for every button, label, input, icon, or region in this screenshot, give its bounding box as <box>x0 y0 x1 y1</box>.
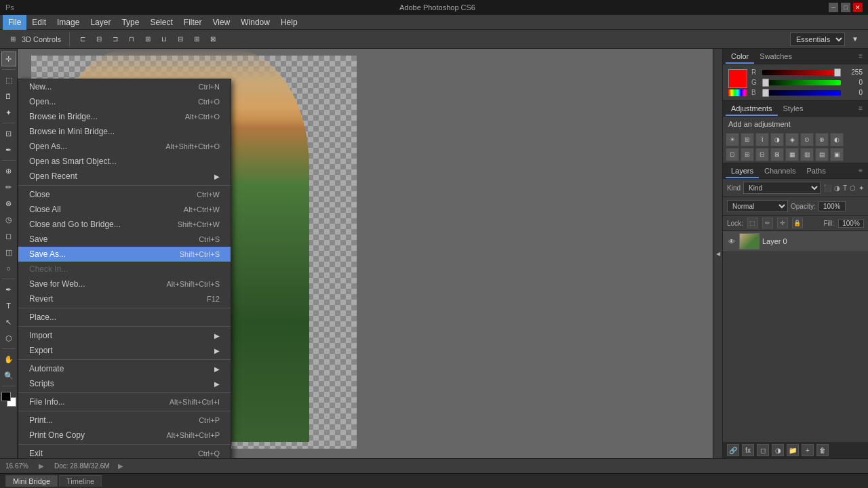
layer-mask-btn[interactable]: ◻ <box>757 444 769 456</box>
adj-threshold[interactable]: ▥ <box>800 148 814 161</box>
tool-crop[interactable]: ⊡ <box>1 126 16 141</box>
menu-view[interactable]: View <box>207 15 235 30</box>
layers-filter-select[interactable]: Kind <box>743 182 821 194</box>
tool-lasso[interactable]: 🗒 <box>1 89 16 104</box>
menu-browse-mini-bridge[interactable]: Browse in Mini Bridge... <box>18 124 231 139</box>
tab-color[interactable]: Color <box>726 50 754 64</box>
tool-move[interactable]: ✛ <box>1 52 16 66</box>
slider-red[interactable] <box>762 70 841 75</box>
menu-open-as[interactable]: Open As... Alt+Shift+Ctrl+O <box>18 139 231 154</box>
tab-styles[interactable]: Styles <box>778 102 809 116</box>
menu-type[interactable]: Type <box>116 15 144 30</box>
layer-item-0[interactable]: 👁 Layer 0 <box>723 231 868 252</box>
tool-shape[interactable]: ⬡ <box>1 331 16 346</box>
align-bottom-btn[interactable]: ⊔ <box>157 32 172 47</box>
menu-scripts[interactable]: Scripts ▶ <box>18 376 231 391</box>
menu-open[interactable]: Open... Ctrl+O <box>18 94 231 109</box>
zoom-indicator-btn[interactable]: ▶ <box>37 462 46 470</box>
close-button[interactable]: ✕ <box>853 3 863 12</box>
menu-revert[interactable]: Revert F12 <box>18 291 231 306</box>
align-right-btn[interactable]: ⊐ <box>108 32 123 47</box>
menu-close[interactable]: Close Ctrl+W <box>18 187 231 202</box>
tool-path-select[interactable]: ↖ <box>1 314 16 329</box>
tool-eyedropper[interactable]: ✒ <box>1 142 16 157</box>
adj-hue-sat[interactable]: ⊙ <box>800 133 814 146</box>
layer-new-btn[interactable]: + <box>802 444 814 456</box>
menu-exit[interactable]: Exit Ctrl+Q <box>18 446 231 458</box>
menu-open-smart-object[interactable]: Open as Smart Object... <box>18 154 231 169</box>
tool-hand[interactable]: ✋ <box>1 352 16 367</box>
foreground-color-picker[interactable] <box>728 69 747 88</box>
filter-type-btn[interactable]: T <box>843 184 847 192</box>
menu-place[interactable]: Place... <box>18 310 231 325</box>
tool-history[interactable]: ◷ <box>1 212 16 227</box>
slider-green[interactable] <box>762 80 841 85</box>
bottom-tab-mini-bridge[interactable]: Mini Bridge <box>5 475 58 487</box>
menu-filter[interactable]: Filter <box>178 15 208 30</box>
tab-paths[interactable]: Paths <box>802 165 831 178</box>
slider-red-thumb[interactable] <box>834 68 841 77</box>
lock-transparent-btn[interactable]: ⬚ <box>747 218 758 228</box>
menu-select[interactable]: Select <box>144 15 178 30</box>
menu-print[interactable]: Print... Ctrl+P <box>18 413 231 428</box>
adj-bw[interactable]: ◐ <box>830 133 844 146</box>
fill-input[interactable] <box>838 219 864 228</box>
tool-dodge[interactable]: ○ <box>1 261 16 276</box>
layer-visibility-toggle[interactable]: 👁 <box>727 237 736 246</box>
tab-channels[interactable]: Channels <box>759 165 801 178</box>
tool-stamp[interactable]: ⊗ <box>1 196 16 211</box>
tool-healing[interactable]: ⊕ <box>1 163 16 178</box>
dist-space-btn[interactable]: ⊠ <box>205 32 220 47</box>
adj-color-balance[interactable]: ⊕ <box>815 133 829 146</box>
filter-adj-btn[interactable]: ◑ <box>834 184 840 192</box>
adj-photo-filter[interactable]: ⊡ <box>726 148 739 161</box>
layer-link-btn[interactable]: 🔗 <box>727 444 739 456</box>
dist-v-btn[interactable]: ⊞ <box>189 32 204 47</box>
menu-close-all[interactable]: Close All Alt+Ctrl+W <box>18 202 231 217</box>
minimize-button[interactable]: ─ <box>829 3 838 12</box>
layer-adjustment-btn[interactable]: ◑ <box>772 444 784 456</box>
adj-selective-color[interactable]: ▣ <box>830 148 844 161</box>
menu-edit[interactable]: Edit <box>26 15 52 30</box>
workspace-dropdown[interactable]: Essentials <box>790 33 845 46</box>
adj-brightness[interactable]: ☀ <box>726 133 739 146</box>
layers-panel-options[interactable]: ≡ <box>856 165 865 178</box>
menu-file[interactable]: File <box>3 15 26 30</box>
tab-layers[interactable]: Layers <box>726 165 759 178</box>
layer-style-btn[interactable]: fx <box>742 444 754 456</box>
menu-automate[interactable]: Automate ▶ <box>18 361 231 376</box>
menu-import[interactable]: Import ▶ <box>18 328 231 343</box>
window-controls[interactable]: ─ □ ✕ <box>829 3 863 12</box>
filter-pixel-btn[interactable]: ⬛ <box>823 184 831 192</box>
align-center-v-btn[interactable]: ⊞ <box>140 32 155 47</box>
menu-save-as[interactable]: Save As... Shift+Ctrl+S <box>18 247 231 262</box>
adj-curves[interactable]: ⌇ <box>755 133 769 146</box>
menu-layer[interactable]: Layer <box>85 15 116 30</box>
menu-help[interactable]: Help <box>275 15 303 30</box>
tool-eraser[interactable]: ◻ <box>1 228 16 243</box>
filter-shape-btn[interactable]: ⬡ <box>850 184 856 192</box>
align-left-btn[interactable]: ⊏ <box>75 32 90 47</box>
blend-mode-select[interactable]: Normal <box>727 200 788 212</box>
adj-levels[interactable]: ⊞ <box>741 133 754 146</box>
align-top-btn[interactable]: ⊓ <box>124 32 139 47</box>
color-spectrum-bar[interactable] <box>728 89 747 96</box>
lock-position-btn[interactable]: ✛ <box>777 218 788 228</box>
tool-zoom[interactable]: 🔍 <box>1 368 16 383</box>
menu-close-bridge[interactable]: Close and Go to Bridge... Shift+Ctrl+W <box>18 217 231 232</box>
tool-pen[interactable]: ✒ <box>1 282 16 297</box>
menu-new[interactable]: New... Ctrl+N <box>18 79 231 94</box>
tool-magic-wand[interactable]: ✦ <box>1 105 16 120</box>
color-panel-options[interactable]: ≡ <box>856 50 865 64</box>
menu-save[interactable]: Save Ctrl+S <box>18 232 231 247</box>
toolbar-move-options[interactable]: ⊞ <box>5 32 20 47</box>
tab-adjustments[interactable]: Adjustments <box>726 102 778 116</box>
menu-save-web[interactable]: Save for Web... Alt+Shift+Ctrl+S <box>18 277 231 291</box>
slider-blue-thumb[interactable] <box>762 89 769 97</box>
menu-file-info[interactable]: File Info... Alt+Shift+Ctrl+I <box>18 394 231 409</box>
tool-marquee[interactable]: ⬚ <box>1 73 16 87</box>
tool-gradient[interactable]: ◫ <box>1 245 16 260</box>
color-swatch[interactable] <box>1 392 16 407</box>
dist-h-btn[interactable]: ⊟ <box>173 32 188 47</box>
tool-brush[interactable]: ✏ <box>1 180 16 195</box>
